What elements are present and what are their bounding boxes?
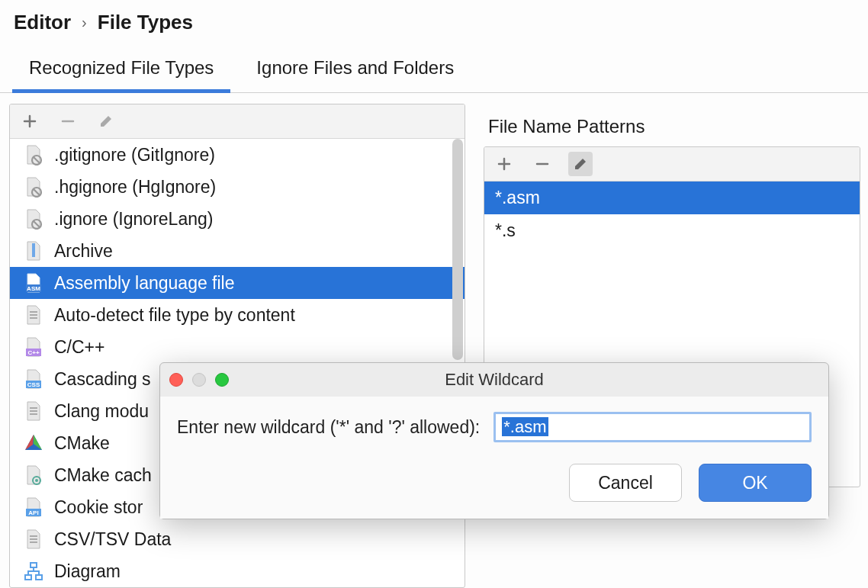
tabs: Recognized File Types Ignore Files and F… (0, 47, 868, 93)
file-type-label: CMake cach (54, 465, 152, 486)
file-type-label: Auto-detect file type by content (54, 305, 295, 326)
plus-icon (497, 156, 512, 172)
window-controls (169, 373, 229, 387)
cmake-gear-icon (22, 464, 45, 487)
wildcard-input-wrap[interactable]: *.asm (493, 412, 812, 442)
tab-ignore-files-and-folders[interactable]: Ignore Files and Folders (250, 47, 460, 92)
minus-icon (60, 114, 76, 129)
file-blocked-icon (22, 207, 45, 230)
svg-rect-16 (36, 575, 42, 580)
wildcard-input[interactable]: *.asm (502, 417, 548, 436)
file-type-label: Cookie stor (54, 497, 143, 518)
file-type-label: Clang modu (54, 401, 149, 422)
breadcrumb-parent[interactable]: Editor (14, 11, 71, 34)
svg-text:API: API (28, 509, 38, 516)
cancel-button[interactable]: Cancel (569, 464, 682, 502)
cmake-icon (22, 432, 45, 455)
asm-icon: ASM (22, 272, 45, 294)
svg-text:C++: C++ (27, 349, 39, 356)
maximize-window-button[interactable] (215, 373, 229, 387)
pencil-icon (98, 113, 114, 130)
dialog-prompt-label: Enter new wildcard ('*' and '?' allowed)… (177, 417, 480, 438)
svg-rect-3 (32, 243, 35, 257)
file-blocked-icon (22, 175, 45, 198)
minimize-window-button[interactable] (192, 373, 206, 387)
api-icon: API (22, 496, 45, 519)
edit-wildcard-dialog: Edit Wildcard Enter new wildcard ('*' an… (159, 362, 829, 519)
svg-text:ASM: ASM (27, 285, 40, 292)
plus-icon (22, 114, 37, 129)
pattern-item[interactable]: *.asm (484, 182, 860, 214)
file-type-label: Assembly language file (54, 273, 235, 294)
file-text-icon (22, 304, 45, 326)
close-window-button[interactable] (169, 373, 183, 387)
file-types-toolbar (10, 104, 465, 139)
file-type-label: Diagram (54, 561, 121, 582)
file-type-label: CSV/TSV Data (54, 529, 171, 550)
archive-icon (22, 239, 45, 262)
file-type-label: .hgignore (HgIgnore) (54, 177, 216, 198)
file-type-item[interactable]: .gitignore (GitIgnore) (10, 139, 465, 171)
svg-rect-15 (25, 575, 31, 580)
patterns-toolbar (484, 147, 860, 182)
file-type-label: .gitignore (GitIgnore) (54, 145, 215, 165)
tab-recognized-file-types[interactable]: Recognized File Types (23, 47, 220, 92)
edit-pattern-button[interactable] (568, 152, 593, 176)
ok-button[interactable]: OK (699, 464, 812, 502)
pattern-item[interactable]: *.s (484, 214, 860, 247)
patterns-title: File Name Patterns (484, 104, 860, 146)
dialog-body: Enter new wildcard ('*' and '?' allowed)… (160, 397, 828, 519)
file-blocked-icon (22, 143, 45, 166)
diagram-icon (22, 560, 45, 583)
minus-icon (535, 156, 550, 172)
svg-point-11 (35, 479, 38, 482)
file-type-label: CMake (54, 433, 110, 454)
file-type-label: Cascading s (54, 369, 151, 390)
svg-rect-14 (31, 563, 37, 567)
dialog-title: Edit Wildcard (160, 370, 828, 390)
add-pattern-button[interactable] (492, 152, 516, 176)
file-type-item[interactable]: .ignore (IgnoreLang) (10, 203, 465, 235)
scrollbar-thumb[interactable] (452, 139, 463, 360)
file-text-icon (22, 528, 45, 551)
svg-text:CSS: CSS (27, 381, 40, 388)
file-type-item[interactable]: .hgignore (HgIgnore) (10, 171, 465, 203)
edit-file-type-button[interactable] (94, 109, 118, 133)
add-file-type-button[interactable] (18, 109, 42, 133)
file-type-item[interactable]: Archive (10, 235, 465, 267)
file-type-item[interactable]: C++C/C++ (10, 331, 465, 363)
css-icon: CSS (22, 368, 45, 390)
file-text-icon (22, 400, 45, 423)
cpp-icon: C++ (22, 336, 45, 358)
chevron-right-icon: › (82, 14, 87, 31)
file-type-item[interactable]: Diagram (10, 555, 465, 587)
pencil-icon (572, 156, 589, 172)
remove-pattern-button[interactable] (530, 152, 555, 176)
file-type-label: Archive (54, 241, 113, 262)
remove-file-type-button[interactable] (56, 109, 80, 133)
file-type-item[interactable]: CSV/TSV Data (10, 523, 465, 555)
file-type-label: .ignore (IgnoreLang) (54, 209, 213, 230)
dialog-titlebar[interactable]: Edit Wildcard (160, 363, 828, 397)
breadcrumb-current: File Types (98, 11, 193, 34)
file-type-item[interactable]: ASMAssembly language file (10, 267, 465, 299)
breadcrumb: Editor › File Types (0, 0, 868, 47)
file-type-item[interactable]: Auto-detect file type by content (10, 299, 465, 331)
file-type-label: C/C++ (54, 337, 104, 358)
